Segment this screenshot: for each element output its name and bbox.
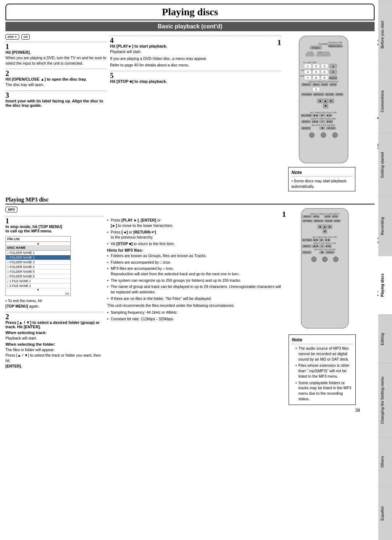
svg-text:1: 1 [307,65,309,68]
svg-text:►: ► [330,99,333,103]
remote-section: 1 2 4 5 POWER POWER [284,34,375,166]
mp3-bullet-3: Hit [STOP ■] to return to the first item… [107,241,282,247]
mp3-step-1-title: In stop mode, hit [TOP MENU]to call up t… [5,224,103,233]
mp3-note-list: The audio source of MP3 files cannot be … [292,346,352,401]
mp3-bullet-1: Press [PLAY ►], [ENTER] or[►] to move to… [107,218,282,228]
page-number: 39 [5,408,375,413]
hint-1: Folders are known as Groups, files are k… [107,253,282,259]
svg-text:REC/DTR  STOP  CM SKIP: REC/DTR STOP CM SKIP [312,124,335,126]
svg-text:9: 9 [324,76,326,80]
svg-text:CLEAR: CLEAR [322,84,328,86]
step-5-number: 5 [110,72,281,79]
rec-1: Sampling frequency: 44.1kHz or 48kHz. [107,310,282,315]
mp3-exit-text: • To exit the menu, hit [TOP MENU] again… [5,298,103,309]
mp3-note-2: Files whose extension is other than ".mp… [295,363,352,379]
sidebar-tab-settings[interactable]: Changing the Setting menu [378,363,392,437]
svg-text:II: II [321,245,323,247]
step-3-block: 3 Insert your with its label facing up. … [5,90,107,107]
file-list-table: File List ▲ DISC NAME □FOLDER NAME 1 □FO… [5,236,71,296]
svg-text:0: 0 [321,214,323,217]
svg-text:▼: ▼ [323,230,326,233]
mp3-note-3: Some unplayable folders or tracks may be… [295,380,352,402]
mp3-middle-col: Press [PLAY ►], [ENTER] or[►] to move to… [107,207,282,405]
step-4-block: 4 Hit [PLAY►] to start playback. Playbac… [110,36,281,68]
svg-text:ENTER: ENTER [336,93,343,96]
disc-icons: DVD ▼ CD [5,34,107,40]
svg-point-92 [332,133,338,138]
sidebar-tab-before-you-start[interactable]: Before you start [378,0,392,69]
svg-text:0: 0 [315,88,317,91]
svg-text:CM SKIP: CM SKIP [327,252,334,253]
step-2-title: Hit [OPEN/CLOSE ▲] to open the disc tray… [5,77,107,81]
file-list-header: File List [6,236,70,242]
mp3-bullet-2: Press [◄] or [RETURN ↵]to the previous h… [107,230,282,240]
step-4-title: Hit [PLAY►] to start playback. [110,44,281,48]
note-mp3: Note The audio source of MP3 files canno… [289,334,356,405]
scroll-down-arrow[interactable]: ▼ [6,288,70,292]
svg-text:8/⊃ ABC DEF: 8/⊃ ABC DEF [303,61,317,64]
file-list-row: ♪1 FILE NAME 1 [6,279,70,284]
svg-text:REC/DTR: REC/DTR [302,127,310,129]
svg-text:▲: ▲ [332,65,335,68]
sidebar-tab-recording[interactable]: Recording [378,196,392,255]
svg-text:|◄◄: |◄◄ [313,245,318,248]
svg-text:DISPLAY: DISPLAY [303,84,310,86]
svg-text:►: ► [320,239,323,241]
sidebar-tab-editing[interactable]: Editing [378,314,392,364]
mp3-step-1-number: 1 [5,217,103,224]
svg-text:MON/TH  SKIP  PAUSE  SKIP: MON/TH SKIP PAUSE SKIP [313,242,336,244]
scroll-up-arrow[interactable]: ▲ [6,242,70,245]
mp3-note-title: Note [292,337,352,342]
svg-text:2: 2 [315,65,317,68]
remote-step-1: 1 [277,38,281,47]
sidebar-tab-others[interactable]: Others [378,437,392,486]
svg-text:SETUP: SETUP [330,84,336,86]
file-list-row: ♪2 FILE NAME 2 [6,284,70,288]
sidebar-tab-playing-discs[interactable]: Playing discs [378,256,392,314]
file-list-row: □FOLDER NAME 5 [6,269,70,274]
sidebar-tab-connections[interactable]: Connections [378,69,392,133]
step-4-text2: If you are playing a DVD-Video disc, a m… [110,56,281,61]
note-title: Note [291,170,352,175]
svg-text:8: 8 [315,76,317,80]
step-2-block: 2 Hit [OPEN/CLOSE ▲] to open the disc tr… [5,69,107,88]
svg-text:SPACE: SPACE [313,84,319,86]
svg-text:II: II [322,121,323,123]
mp3-step-1: 1 In stop mode, hit [TOP MENU]to call up… [5,216,103,233]
svg-point-147 [333,257,338,262]
hint-6: If there are no files in the folder, "No… [107,296,282,301]
mp3-bullet-list: Press [PLAY ►], [ENTER] or[►] to move to… [107,218,282,246]
step-4-text3: Refer to page 40 for details about a dis… [110,62,281,68]
svg-text:▲: ▲ [324,99,327,103]
svg-text:POWER: POWER [319,43,328,45]
svg-text:DISPLAY: DISPLAY [304,216,311,218]
svg-text:MENU/LIST: MENU/LIST [314,220,323,222]
step-2-text: The disc tray will open. [5,82,107,88]
hints-list: Folders are known as Groups, files are k… [107,253,282,301]
file-list-row: □FOLDER NAME 4 [6,265,70,269]
mp3-right-col: 1 2 2 DISPLAY SPACE CLEAR SETUP DISPLAY [286,207,375,405]
svg-point-90 [309,133,314,138]
sidebar-tab-getting-started[interactable]: Getting started [378,133,392,197]
sidebar-tab-espanol[interactable]: Español [378,486,392,540]
recommendation-text: This unit recommends the files recorded … [107,303,282,308]
svg-text:►: ► [321,114,324,117]
svg-rect-8 [317,53,330,56]
svg-text:◄◄: ◄◄ [313,114,318,117]
step-3-number: 3 [5,92,107,99]
svg-text:CM SKIP: CM SKIP [327,127,335,129]
svg-text:►►: ►► [327,114,332,117]
svg-point-91 [321,133,326,138]
svg-text:REC SPEED  REV  PLAY  FWD: REC SPEED REV PLAY FWD [313,236,337,238]
file-list-row: □FOLDER NAME 1 [6,251,70,255]
svg-text:|◄◄: |◄◄ [312,120,318,123]
svg-text:TOP MENU: TOP MENU [302,93,312,96]
mp3-step-2-title: Press [▲ / ▼] to select a desired folder… [5,320,103,329]
svg-text:REC SPEED  REV  PLAY  FWD: REC SPEED REV PLAY FWD [310,111,337,114]
file-list-row: □FOLDER NAME 3 [6,260,70,265]
svg-text:►►: ►► [325,239,330,241]
page-title: Playing discs [162,6,218,17]
svg-text:TOP MENU: TOP MENU [303,220,312,222]
step-2-number: 2 [5,70,107,77]
svg-point-145 [311,257,317,262]
